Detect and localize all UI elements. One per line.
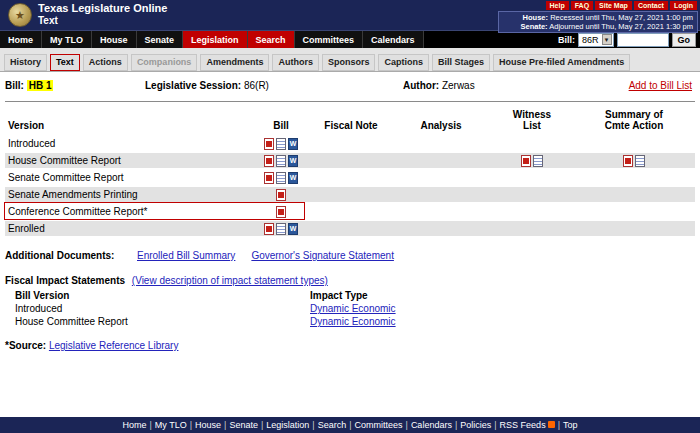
site-title: Texas Legislature Online — [38, 2, 167, 15]
footer-link-rss-feeds[interactable]: RSS Feeds — [497, 420, 558, 430]
html-document-icon[interactable] — [276, 155, 286, 167]
footer-link-top[interactable]: Top — [560, 420, 581, 430]
footer-link-legislation[interactable]: Legislation — [263, 420, 312, 430]
session-value: 86(R) — [244, 80, 269, 91]
chamber-status-box: House: Recessed until Thu, May 27, 2021 … — [498, 11, 698, 33]
html-document-icon[interactable] — [533, 155, 543, 167]
version-row-enrolled: Enrolled — [5, 221, 695, 236]
tab-captions[interactable]: Captions — [378, 54, 429, 71]
col-summary-cmte-action: Summary of Cmte Action — [597, 109, 671, 131]
header-right: HelpFAQSite MapContactLogin House: Reces… — [498, 0, 698, 33]
tab-actions[interactable]: Actions — [83, 54, 128, 71]
footer-link-search[interactable]: Search — [315, 420, 350, 430]
version-row-senate-committee-report: Senate Committee Report — [5, 170, 695, 185]
footer-link-my-tlo[interactable]: My TLO — [152, 420, 190, 430]
utility-link-site-map[interactable]: Site Map — [595, 1, 632, 10]
cell-summary — [580, 154, 688, 167]
bill-info-bar: Bill: HB 1 Legislative Session: 86(R) Au… — [5, 80, 695, 96]
legislative-reference-library-link[interactable]: Legislative Reference Library — [49, 340, 179, 351]
pdf-document-icon[interactable] — [276, 206, 286, 218]
senate-status-label: Senate: — [521, 22, 548, 31]
impact-type-link[interactable]: Dynamic Economic — [310, 303, 396, 314]
word-document-icon[interactable] — [288, 172, 298, 184]
nav-item-my-tlo[interactable]: My TLO — [42, 31, 92, 48]
session-select[interactable]: 86R▼ — [578, 33, 614, 47]
nav-item-legislation[interactable]: Legislation — [183, 31, 248, 48]
tab-text[interactable]: Text — [50, 54, 80, 71]
tab-sponsors[interactable]: Sponsors — [322, 54, 376, 71]
bill-number-input[interactable] — [617, 33, 669, 47]
footer-link-house[interactable]: House — [192, 420, 224, 430]
utility-link-help[interactable]: Help — [546, 1, 569, 10]
version-row-introduced: Introduced — [5, 136, 695, 151]
cell-bill — [258, 205, 304, 218]
pdf-document-icon[interactable] — [276, 189, 286, 201]
fiscal-impact-header-row: Bill Version Impact Type — [15, 289, 695, 302]
html-document-icon[interactable] — [276, 172, 286, 184]
nav-item-calendars[interactable]: Calendars — [363, 31, 424, 48]
house-status-text: Recessed until Thu, May 27, 2021 1:00 pm — [550, 13, 693, 22]
divider — [5, 101, 695, 102]
impact-type-link[interactable]: Dynamic Economic — [310, 316, 396, 327]
bill-number-value: HB 1 — [27, 80, 54, 91]
bill-number: Bill: HB 1 — [5, 80, 53, 91]
impact-statement-types-link[interactable]: (View description of impact statement ty… — [132, 275, 328, 286]
doc-link-enrolled-bill-summary[interactable]: Enrolled Bill Summary — [137, 250, 235, 261]
tab-companions[interactable]: Companions — [131, 54, 198, 71]
html-document-icon[interactable] — [276, 138, 286, 150]
nav-item-home[interactable]: Home — [0, 31, 42, 48]
pdf-document-icon[interactable] — [264, 155, 274, 167]
version-name: Enrolled — [5, 223, 258, 234]
tab-amendments[interactable]: Amendments — [200, 54, 269, 71]
version-row-conference-committee-report: Conference Committee Report* — [5, 204, 695, 219]
fiscal-impact-title: Fiscal Impact Statements — [5, 275, 125, 286]
author-value: Zerwas — [442, 80, 475, 91]
footer-link-calendars[interactable]: Calendars — [408, 420, 455, 430]
page-title: Text — [38, 15, 167, 27]
fiscal-col-bill-version: Bill Version — [15, 290, 310, 301]
versions-table-header: Version Bill Fiscal Note Analysis Witnes… — [5, 104, 695, 131]
html-document-icon[interactable] — [276, 223, 286, 235]
cell-bill — [258, 188, 304, 201]
version-name: Introduced — [5, 138, 258, 149]
tab-authors[interactable]: Authors — [272, 54, 319, 71]
word-document-icon[interactable] — [288, 155, 298, 167]
pdf-document-icon[interactable] — [521, 155, 531, 167]
chevron-down-icon: ▼ — [602, 34, 612, 45]
utility-link-faq[interactable]: FAQ — [571, 1, 593, 10]
version-name: House Committee Report — [5, 155, 258, 166]
go-button[interactable]: Go — [672, 33, 697, 47]
footer-link-committees[interactable]: Committees — [352, 420, 406, 430]
footer-link-senate[interactable]: Senate — [226, 420, 261, 430]
tab-house-pre-filed-amendments[interactable]: House Pre-filed Amendments — [493, 54, 630, 71]
texas-state-seal-icon: ★ — [8, 3, 32, 27]
utility-link-contact[interactable]: Contact — [634, 1, 668, 10]
additional-documents-label: Additional Documents: — [5, 250, 137, 261]
pdf-document-icon[interactable] — [623, 155, 633, 167]
site-header: ★ Texas Legislature Online Text HelpFAQS… — [0, 0, 700, 30]
pdf-document-icon[interactable] — [264, 223, 274, 235]
utility-link-login[interactable]: Login — [670, 1, 697, 10]
fiscal-col-impact-type: Impact Type — [310, 290, 530, 301]
tab-history[interactable]: History — [4, 54, 47, 71]
content-area: Bill: HB 1 Legislative Session: 86(R) Au… — [0, 72, 700, 417]
versions-table-body: IntroducedHouse Committee ReportSenate C… — [5, 136, 695, 236]
tab-bill-stages[interactable]: Bill Stages — [432, 54, 490, 71]
html-document-icon[interactable] — [635, 155, 645, 167]
senate-status-text: Adjourned until Thu, May 27, 2021 1:30 p… — [549, 22, 693, 31]
nav-item-senate[interactable]: Senate — [137, 31, 184, 48]
nav-item-house[interactable]: House — [92, 31, 137, 48]
word-document-icon[interactable] — [288, 138, 298, 150]
footer-link-home[interactable]: Home — [119, 420, 149, 430]
footer-link-policies[interactable]: Policies — [457, 420, 494, 430]
fiscal-impact-table: Bill Version Impact Type IntroducedDynam… — [15, 289, 695, 328]
pdf-document-icon[interactable] — [264, 138, 274, 150]
nav-item-search[interactable]: Search — [248, 31, 295, 48]
add-to-bill-list-link[interactable]: Add to Bill List — [629, 80, 692, 91]
doc-link-governor-s-signature-statement[interactable]: Governor's Signature Statement — [251, 250, 394, 261]
cell-bill — [258, 222, 304, 235]
word-document-icon[interactable] — [288, 223, 298, 235]
fiscal-impact-heading: Fiscal Impact Statements (View descripti… — [5, 275, 695, 286]
pdf-document-icon[interactable] — [264, 172, 274, 184]
nav-item-committees[interactable]: Committees — [295, 31, 364, 48]
